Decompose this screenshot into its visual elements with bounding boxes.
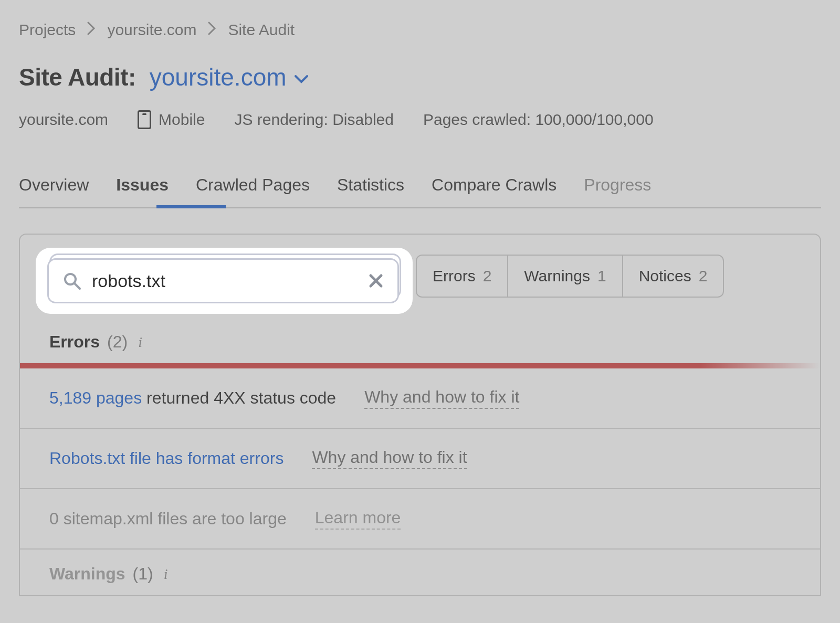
chevron-right-icon bbox=[87, 21, 96, 39]
tab-statistics[interactable]: Statistics bbox=[337, 175, 404, 195]
filter-count: 1 bbox=[597, 267, 606, 285]
meta-domain-text: yoursite.com bbox=[19, 111, 108, 129]
tab-compare-crawls[interactable]: Compare Crawls bbox=[432, 175, 556, 195]
tab-progress[interactable]: Progress bbox=[584, 175, 651, 195]
search-box-highlighted[interactable] bbox=[47, 258, 399, 303]
tab-bar: Overview Issues Crawled Pages Statistics… bbox=[19, 175, 821, 208]
section-header-errors: Errors (2) i bbox=[20, 318, 820, 363]
section-count: (1) bbox=[133, 564, 153, 584]
section-header-warnings: Warnings (1) i bbox=[20, 550, 820, 595]
section-count: (2) bbox=[107, 332, 128, 352]
issue-link[interactable]: 0 sitemap.xml files are too large bbox=[49, 509, 287, 528]
meta-device: Mobile bbox=[138, 110, 205, 129]
svg-line-5 bbox=[75, 283, 80, 289]
search-input[interactable] bbox=[92, 271, 358, 291]
chevron-right-icon bbox=[208, 21, 216, 39]
info-icon[interactable]: i bbox=[138, 334, 142, 351]
filter-label: Warnings bbox=[524, 267, 590, 285]
issue-row[interactable]: Robots.txt file has format errors Why an… bbox=[20, 429, 820, 489]
chevron-down-icon bbox=[294, 63, 309, 91]
info-icon[interactable]: i bbox=[164, 566, 168, 583]
fix-link[interactable]: Why and how to fix it bbox=[364, 387, 519, 409]
issue-link[interactable]: Robots.txt file has format errors bbox=[49, 449, 284, 468]
filter-count: 2 bbox=[483, 267, 492, 285]
tab-issues[interactable]: Issues bbox=[116, 175, 169, 195]
issue-link[interactable]: 5,189 pages bbox=[49, 388, 142, 407]
meta-js-rendering: JS rendering: Disabled bbox=[234, 111, 394, 129]
error-severity-bar bbox=[20, 363, 820, 368]
tab-crawled-pages[interactable]: Crawled Pages bbox=[196, 175, 310, 195]
meta-pages-crawled: Pages crawled: 100,000/100,000 bbox=[423, 111, 654, 129]
fix-link[interactable]: Learn more bbox=[315, 508, 401, 530]
breadcrumb-item[interactable]: yoursite.com bbox=[107, 21, 196, 39]
meta-row: yoursite.com Mobile JS rendering: Disabl… bbox=[19, 110, 821, 129]
issue-title: 5,189 pages returned 4XX status code bbox=[49, 388, 336, 408]
issue-rest: returned 4XX status code bbox=[142, 388, 336, 407]
search-icon bbox=[62, 271, 81, 290]
page-title: Site Audit: bbox=[19, 63, 136, 91]
meta-pages-text: Pages crawled: 100,000/100,000 bbox=[423, 111, 654, 129]
issue-row[interactable]: 0 sitemap.xml files are too large Learn … bbox=[20, 489, 820, 550]
filter-notices[interactable]: Notices 2 bbox=[622, 256, 723, 297]
section-label: Errors bbox=[49, 332, 100, 352]
active-tab-indicator bbox=[156, 205, 226, 208]
breadcrumb-item[interactable]: Projects bbox=[19, 21, 76, 39]
meta-domain: yoursite.com bbox=[19, 111, 108, 129]
issue-title: Robots.txt file has format errors bbox=[49, 449, 284, 468]
issue-row[interactable]: 5,189 pages returned 4XX status code Why… bbox=[20, 368, 820, 429]
meta-device-text: Mobile bbox=[159, 111, 205, 129]
filter-label: Notices bbox=[639, 267, 691, 285]
meta-js-text: JS rendering: Disabled bbox=[234, 111, 394, 129]
fix-link[interactable]: Why and how to fix it bbox=[312, 448, 467, 469]
mobile-icon bbox=[138, 110, 151, 129]
filter-label: Errors bbox=[433, 267, 476, 285]
breadcrumb: Projects yoursite.com Site Audit bbox=[19, 21, 821, 39]
filter-errors[interactable]: Errors 2 bbox=[417, 256, 507, 297]
tab-overview[interactable]: Overview bbox=[19, 175, 89, 195]
filter-count: 2 bbox=[699, 267, 708, 285]
category-filter-group: Errors 2 Warnings 1 Notices 2 bbox=[416, 255, 724, 298]
filter-warnings[interactable]: Warnings 1 bbox=[507, 256, 622, 297]
issue-title: 0 sitemap.xml files are too large bbox=[49, 509, 287, 529]
breadcrumb-item[interactable]: Site Audit bbox=[228, 21, 295, 39]
domain-switcher[interactable]: yoursite.com bbox=[150, 63, 309, 91]
domain-name: yoursite.com bbox=[150, 63, 287, 91]
clear-icon[interactable] bbox=[368, 273, 384, 289]
section-label: Warnings bbox=[49, 564, 125, 584]
